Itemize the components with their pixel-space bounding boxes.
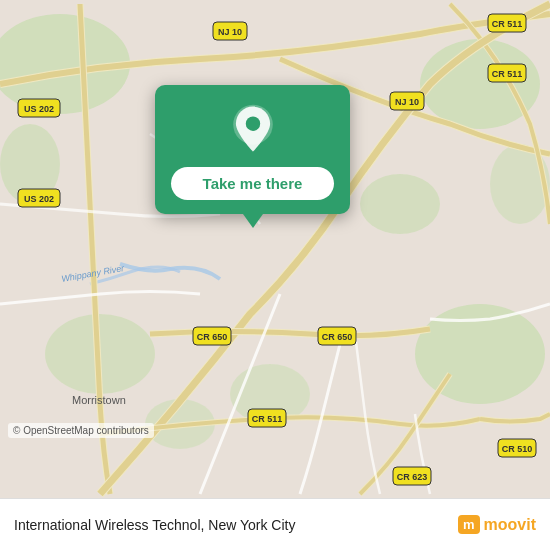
take-me-there-button[interactable]: Take me there <box>171 167 334 200</box>
svg-point-22 <box>245 117 259 131</box>
popup-card: Take me there <box>155 85 350 214</box>
cr623-label: CR 623 <box>397 472 428 482</box>
svg-point-2 <box>420 39 540 129</box>
morristown-label: Morristown <box>72 394 126 406</box>
nj10-top-label: NJ 10 <box>218 27 242 37</box>
moovit-m-icon: m <box>458 515 480 534</box>
nj10-mid-label: NJ 10 <box>395 97 419 107</box>
svg-point-3 <box>360 174 440 234</box>
location-pin-icon <box>226 103 280 157</box>
attribution-text: © OpenStreetMap contributors <box>13 425 149 436</box>
cr650-left-label: CR 650 <box>197 332 228 342</box>
cr511-right-label: CR 511 <box>492 69 523 79</box>
map-container: NJ 10 CR 511 CR 511 US 202 US 202 NJ 10 … <box>0 0 550 498</box>
app: NJ 10 CR 511 CR 511 US 202 US 202 NJ 10 … <box>0 0 550 550</box>
osm-attribution: © OpenStreetMap contributors <box>8 423 154 438</box>
cr511-bottom-label: CR 511 <box>252 414 283 424</box>
cr511-top-label: CR 511 <box>492 19 523 29</box>
cr650-right-label: CR 650 <box>322 332 353 342</box>
moovit-logo: m moovit <box>458 515 536 534</box>
us202-top-label: US 202 <box>24 104 54 114</box>
moovit-brand-name: moovit <box>484 516 536 534</box>
cr510-label: CR 510 <box>502 444 533 454</box>
bottom-bar: International Wireless Technol, New York… <box>0 498 550 550</box>
us202-lower-label: US 202 <box>24 194 54 204</box>
location-name-text: International Wireless Technol, New York… <box>14 517 458 533</box>
